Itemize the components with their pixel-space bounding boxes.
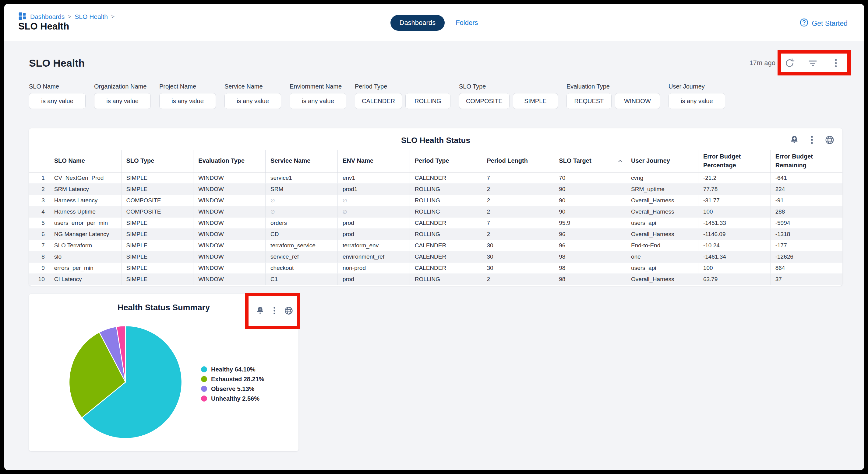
column-header-period-length[interactable]: Period Length <box>482 150 554 172</box>
filter-button-request[interactable]: REQUEST <box>566 93 612 109</box>
table-cell: Overall_Harness <box>626 273 699 285</box>
filter-button-is-any-value[interactable]: is any value <box>29 93 86 109</box>
table-cell: prod <box>337 273 410 285</box>
filter-buttons: is any value <box>669 93 725 109</box>
column-header-env-name[interactable]: ENV Name <box>337 150 410 172</box>
filter-button-rolling[interactable]: ROLLING <box>405 93 451 109</box>
table-cell: CALENDER <box>410 240 482 251</box>
refresh-button[interactable] <box>783 56 796 70</box>
column-header-error-budget-remaining[interactable]: Error Budget Remaining <box>770 150 842 172</box>
bell-plus-icon[interactable] <box>255 306 265 315</box>
tab-folders[interactable]: Folders <box>456 19 478 27</box>
column-header-user-journey[interactable]: User Journey <box>626 150 699 172</box>
get-started-link[interactable]: Get Started <box>800 18 847 29</box>
filter-button-is-any-value[interactable]: is any value <box>669 93 725 109</box>
table-cell: ROLLING <box>410 195 482 206</box>
table-cell: terraform_env <box>337 240 410 251</box>
null-value: ∅ <box>271 209 275 215</box>
kebab-menu-icon[interactable] <box>807 135 817 145</box>
legend-label: Unhealthy 2.56% <box>211 395 259 402</box>
filter-group-organization-name: Organization Nameis any value <box>94 83 151 109</box>
legend-swatch <box>201 396 207 402</box>
filter-button-is-any-value[interactable]: is any value <box>224 93 281 109</box>
table-cell: ROLLING <box>410 273 482 285</box>
filter-button-composite[interactable]: COMPOSITE <box>459 93 509 109</box>
table-cell: SIMPLE <box>121 251 193 262</box>
table-cell: WINDOW <box>193 273 266 285</box>
table-cell: 864 <box>770 262 842 273</box>
table-cell: SIMPLE <box>121 262 193 273</box>
table-cell: 7 <box>482 217 554 229</box>
filter-button-window[interactable]: WINDOW <box>615 93 660 109</box>
column-header-evaluation-type[interactable]: Evaluation Type <box>193 150 266 172</box>
row-number-cell: 10 <box>29 273 49 285</box>
column-header-service-name[interactable]: Service Name <box>266 150 338 172</box>
table-cell: ∅ <box>266 195 338 206</box>
table-cell: Harness Latency <box>49 195 121 206</box>
dashboards-grid-icon <box>18 12 27 22</box>
filter-button-calender[interactable]: CALENDER <box>355 93 402 109</box>
filter-buttons: is any value <box>159 93 216 109</box>
table-cell: slo <box>49 251 121 262</box>
health-status-summary-card: Health Status Summary Healthy 64.10 <box>29 294 299 451</box>
table-row: 3Harness LatencyCOMPOSITEWINDOW∅∅ROLLING… <box>29 195 842 206</box>
last-refresh-timestamp: 17m ago <box>749 59 775 67</box>
breadcrumb-link-slo-health[interactable]: SLO Health <box>74 13 108 21</box>
table-cell: -1146.09 <box>698 229 770 240</box>
filter-buttons: is any value <box>290 93 346 109</box>
filter-buttons: is any value <box>224 93 281 109</box>
tab-dashboards[interactable]: Dashboards <box>391 15 445 31</box>
table-cell: 90 <box>554 195 626 206</box>
table-cell: ∅ <box>266 206 338 217</box>
legend-item-unhealthy: Unhealthy 2.56% <box>201 395 265 402</box>
table-cell: CI Latency <box>49 273 121 285</box>
legend-label: Healthy 64.10% <box>211 366 255 373</box>
table-cell: COMPOSITE <box>121 195 193 206</box>
table-cell: checkout <box>266 262 338 273</box>
table-cell: -1451.33 <box>698 217 770 229</box>
column-header-slo-target[interactable]: SLO Target <box>554 150 626 172</box>
table-cell: SRM_uptime <box>626 183 699 195</box>
table-cell: errors_per_min <box>49 262 121 273</box>
dashboard-menu-button[interactable] <box>829 56 842 70</box>
row-number-cell: 5 <box>29 217 49 229</box>
legend-swatch <box>201 366 207 372</box>
row-number-cell: 3 <box>29 195 49 206</box>
table-title: SLO Health Status <box>29 136 842 145</box>
table-row: 5users_error_per_minSIMPLEWINDOWorderspr… <box>29 217 842 229</box>
breadcrumb-link-dashboards[interactable]: Dashboards <box>30 13 65 21</box>
table-cell: WINDOW <box>193 206 266 217</box>
table-row: 1CV_NextGen_ProdSIMPLEWINDOWservice1env1… <box>29 172 842 183</box>
table-cell: 95.9 <box>554 217 626 229</box>
table-cell: 98 <box>554 273 626 285</box>
dashboard-filter-button[interactable] <box>806 56 819 70</box>
bell-plus-icon[interactable] <box>789 135 799 145</box>
table-cell: 2 <box>482 195 554 206</box>
table-header-row: SLO NameSLO TypeEvaluation TypeService N… <box>29 150 842 172</box>
globe-icon[interactable] <box>284 306 293 315</box>
filter-buttons: REQUESTWINDOW <box>566 93 660 109</box>
column-header-slo-name[interactable]: SLO Name <box>49 150 121 172</box>
table-cell: SIMPLE <box>121 240 193 251</box>
filter-button-is-any-value[interactable]: is any value <box>94 93 151 109</box>
table-cell: ∅ <box>337 206 410 217</box>
globe-icon[interactable] <box>825 135 835 145</box>
filter-button-is-any-value[interactable]: is any value <box>290 93 346 109</box>
table-cell: 2 <box>482 206 554 217</box>
column-header-slo-type[interactable]: SLO Type <box>121 150 193 172</box>
filter-label: Project Name <box>159 83 216 90</box>
column-header-period-type[interactable]: Period Type <box>410 150 482 172</box>
column-header-error-budget-percentage[interactable]: Error Budget Percentage <box>698 150 770 172</box>
table-cell: terraform_service <box>266 240 338 251</box>
filter-button-is-any-value[interactable]: is any value <box>159 93 216 109</box>
table-cell: 96 <box>554 229 626 240</box>
filter-buttons: COMPOSITESIMPLE <box>459 93 558 109</box>
dashboard-toolbar: 17m ago <box>749 56 842 70</box>
table-cell: users_error_per_min <box>49 217 121 229</box>
pie-legend: Healthy 64.10%Exhausted 28.21%Observe 5.… <box>201 366 265 402</box>
table-cell: -91 <box>770 195 842 206</box>
table-cell: users_api <box>626 217 699 229</box>
table-cell: ROLLING <box>410 183 482 195</box>
kebab-menu-icon[interactable] <box>270 306 279 315</box>
filter-button-simple[interactable]: SIMPLE <box>513 93 558 109</box>
